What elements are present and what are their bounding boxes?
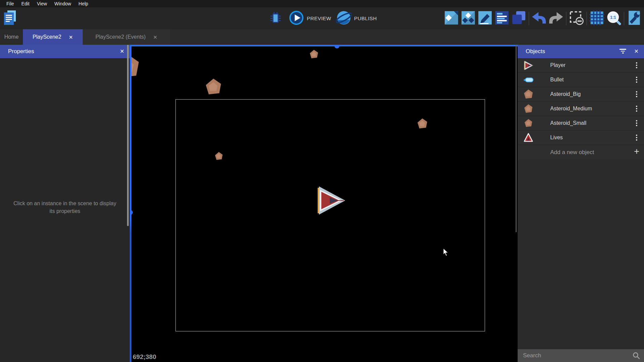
canvas-vertical-scrollbar[interactable] [516, 45, 517, 232]
toolbar-divider [624, 12, 624, 25]
close-icon[interactable]: ✕ [634, 48, 639, 55]
object-label: Asteroid_Medium [550, 106, 592, 112]
game-resolution-frame [175, 99, 485, 331]
objects-editor-icon [444, 10, 459, 27]
layers-icon [511, 10, 526, 27]
toolbar-divider [566, 12, 566, 25]
preview-label: PREVIEW [307, 15, 331, 21]
clear-selection-button[interactable] [568, 10, 585, 27]
toolbar-divider [587, 12, 587, 25]
object-groups-icon [460, 10, 476, 27]
properties-panel-title: Properties [8, 48, 34, 55]
object-row-player[interactable]: Player [518, 58, 644, 73]
kebab-menu-icon[interactable] [636, 135, 637, 141]
zoom-1to1-icon: 1:1 [606, 10, 621, 27]
object-label: Asteroid_Big [550, 91, 581, 97]
search-input[interactable] [518, 352, 633, 359]
close-icon[interactable]: ✕ [69, 35, 73, 40]
asteroid-icon [518, 119, 539, 128]
menu-edit[interactable]: Edit [18, 0, 33, 7]
lives-ship-icon [518, 133, 539, 142]
preview-play-icon [289, 10, 304, 27]
kebab-menu-icon[interactable] [636, 62, 637, 68]
toolbar: PREVIEW PUBLISH [0, 7, 644, 29]
redo-arrow-icon [548, 11, 564, 26]
tab-playscene2-events[interactable]: PlayScene2 (Events) ✕ [83, 29, 170, 45]
menu-file[interactable]: File [3, 0, 18, 7]
setup-tools-button[interactable] [626, 10, 643, 27]
player-ship-instance[interactable] [314, 186, 347, 215]
object-groups-button[interactable] [460, 10, 477, 27]
scene-border-handle[interactable] [334, 45, 339, 48]
scene-window-border-left [130, 45, 131, 362]
grid-icon [589, 10, 605, 27]
grid-button[interactable] [589, 10, 605, 27]
bullet-icon [518, 77, 539, 82]
properties-empty-message: Click on an instance in the scene to dis… [13, 200, 117, 215]
asteroid-instance[interactable] [214, 152, 223, 160]
cursor-coordinates: 692;380 [133, 353, 156, 361]
panel-splitter-scrollbar[interactable] [127, 45, 129, 226]
close-icon[interactable]: ✕ [120, 48, 124, 55]
menu-window[interactable]: Window [51, 0, 75, 7]
debugger-button[interactable] [267, 10, 284, 27]
tab-label: PlayScene2 (Events) [95, 34, 146, 40]
add-object-label: Add a new object [550, 149, 594, 156]
edit-objects-button[interactable] [443, 10, 460, 27]
tab-label: Home [4, 34, 19, 40]
objects-panel-header: Objects ✕ [518, 45, 644, 58]
publish-button[interactable]: PUBLISH [336, 10, 377, 27]
search-icon[interactable] [633, 352, 640, 359]
filter-icon[interactable] [619, 49, 627, 54]
kebab-menu-icon[interactable] [636, 120, 637, 126]
object-row-asteroid-medium[interactable]: Asteroid_Medium [518, 102, 644, 116]
publish-label: PUBLISH [354, 15, 377, 21]
properties-panel-header: Properties ✕ [0, 45, 130, 58]
scene-canvas[interactable]: 692;380 [130, 45, 518, 362]
zoom-1to1-button[interactable]: 1:1 [605, 10, 622, 27]
object-row-lives[interactable]: Lives [518, 131, 644, 145]
debugger-bug-icon [269, 10, 283, 27]
mouse-cursor [443, 248, 449, 257]
asteroid-instance[interactable] [417, 118, 428, 129]
scene-border-handle[interactable] [130, 210, 133, 215]
project-manager-button[interactable] [2, 10, 18, 27]
add-object-button[interactable]: Add a new object + [518, 145, 644, 159]
undo-button[interactable] [531, 10, 548, 27]
toolbar-divider [529, 12, 529, 25]
menu-help[interactable]: Help [75, 0, 92, 7]
tab-home[interactable]: Home [0, 29, 23, 45]
asteroid-instance[interactable] [309, 49, 319, 59]
kebab-menu-icon[interactable] [636, 77, 637, 83]
tab-bar: Home PlayScene2 ✕ PlayScene2 (Events) ✕ [0, 29, 644, 45]
asteroid-icon [518, 104, 539, 113]
asteroid-instance[interactable] [205, 78, 222, 96]
objects-search-bar [518, 349, 644, 362]
close-icon[interactable]: ✕ [153, 35, 157, 40]
object-label: Lives [550, 135, 563, 141]
instances-list-button[interactable] [493, 10, 510, 27]
object-label: Player [550, 62, 565, 68]
tab-playscene2[interactable]: PlayScene2 ✕ [23, 29, 83, 45]
player-ship-icon [518, 61, 539, 70]
kebab-menu-icon[interactable] [636, 91, 637, 97]
asteroid-icon [518, 89, 539, 99]
object-row-asteroid-small[interactable]: Asteroid_Small [518, 116, 644, 131]
objects-panel-title: Objects [526, 48, 545, 55]
plus-icon[interactable]: + [634, 146, 639, 157]
menu-bar: File Edit View Window Help [0, 0, 644, 7]
redo-button[interactable] [548, 10, 564, 27]
kebab-menu-icon[interactable] [636, 106, 637, 112]
svg-text:1:1: 1:1 [610, 15, 616, 20]
scene-window-border-top [130, 45, 518, 46]
gdevelop-window: File Edit View Window Help [0, 0, 644, 362]
object-row-asteroid-big[interactable]: Asteroid_Big [518, 87, 644, 102]
object-label: Asteroid_Small [550, 120, 587, 126]
object-row-bullet[interactable]: Bullet [518, 73, 644, 87]
menu-view[interactable]: View [33, 0, 51, 7]
scene-properties-button[interactable] [477, 10, 493, 27]
layers-button[interactable] [510, 10, 527, 27]
edit-pencil-icon [477, 10, 493, 27]
object-label: Bullet [550, 77, 564, 83]
preview-button[interactable]: PREVIEW [289, 10, 331, 27]
